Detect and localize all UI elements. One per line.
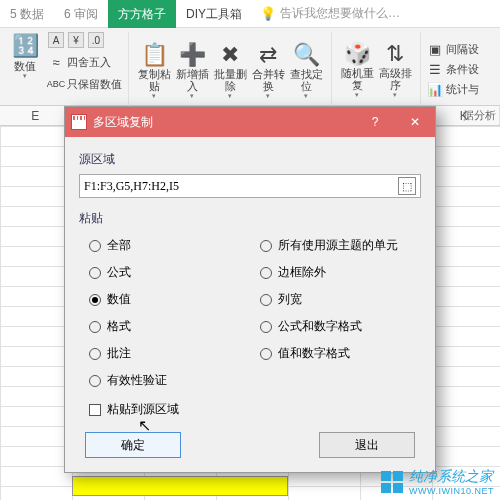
stats-button[interactable]: 📊统计与: [427, 79, 479, 99]
insert-button[interactable]: ➕新增插入▾: [173, 42, 211, 98]
radio-border[interactable]: 边框除外: [260, 264, 421, 281]
numeric-label: 数值: [14, 60, 36, 72]
ok-button[interactable]: 确定: [85, 432, 181, 458]
mini-icons-row: A¥.0: [48, 32, 122, 48]
stats-icon: 📊: [427, 81, 443, 97]
source-label: 源区域: [79, 151, 421, 168]
paste-options: 全部 所有使用源主题的单元 公式 边框除外 数值 列宽 格式 公式和数字格式 批…: [89, 237, 421, 389]
close-button[interactable]: ✕: [395, 107, 435, 137]
paste-label: 粘贴: [79, 210, 421, 227]
ribbon-group-settings: ▣间隔设 ☰条件设 📊统计与: [421, 32, 485, 106]
clipboard-icon: 📋: [140, 42, 168, 68]
dialog-icon: [71, 114, 87, 130]
merge-button[interactable]: ⇄合并转换▾: [249, 42, 287, 98]
tab-diy[interactable]: DIY工具箱: [176, 0, 252, 28]
radio-all[interactable]: 全部: [89, 237, 250, 254]
cond-icon: ☰: [427, 61, 443, 77]
delete-button[interactable]: ✖批量删除▾: [211, 42, 249, 98]
analysis-label[interactable]: 据分析: [463, 108, 496, 123]
round-button[interactable]: ≈四舍五入: [48, 52, 122, 72]
radio-valid[interactable]: 有效性验证: [89, 372, 250, 389]
source-range-box: ⬚: [79, 174, 421, 198]
round-icon: ≈: [48, 54, 64, 70]
delete-icon: ✖: [216, 42, 244, 68]
ribbon-group-numeric: 🔢 数值 ▾ A¥.0 ≈四舍五入 ABC只保留数值: [0, 32, 129, 106]
chevron-down-icon: ▾: [393, 91, 397, 99]
number-icon: 🔢: [11, 32, 39, 60]
merge-icon: ⇄: [254, 42, 282, 68]
gap-settings-button[interactable]: ▣间隔设: [427, 39, 479, 59]
copy-paste-button[interactable]: 📋复制粘贴▾: [135, 42, 173, 98]
radio-topic[interactable]: 所有使用源主题的单元: [260, 237, 421, 254]
ribbon-group-edit: 📋复制粘贴▾ ➕新增插入▾ ✖批量删除▾ ⇄合并转换▾ 🔍查找定位▾: [129, 32, 332, 106]
range-picker-icon[interactable]: ⬚: [398, 177, 416, 195]
highlighted-cells[interactable]: [72, 476, 288, 496]
chevron-down-icon: ▾: [23, 72, 27, 80]
keepnum-button[interactable]: ABC只保留数值: [48, 74, 122, 94]
ribbon-body: 🔢 数值 ▾ A¥.0 ≈四舍五入 ABC只保留数值 📋复制粘贴▾ ➕新增插入▾…: [0, 28, 500, 106]
chevron-down-icon: ▾: [304, 92, 308, 100]
watermark-url: WWW.IWIN10.NET: [409, 486, 494, 496]
sort-icon: ⇅: [381, 41, 409, 67]
cond-settings-button[interactable]: ☰条件设: [427, 59, 479, 79]
cancel-button[interactable]: 退出: [319, 432, 415, 458]
chevron-down-icon: ▾: [228, 92, 232, 100]
sort-button[interactable]: ⇅高级排序▾: [376, 41, 414, 97]
radio-colw[interactable]: 列宽: [260, 291, 421, 308]
tell-me-text: 告诉我您想要做什么…: [280, 5, 400, 22]
radio-comment[interactable]: 批注: [89, 345, 250, 362]
source-range-input[interactable]: [84, 179, 398, 194]
tab-ffgz[interactable]: 方方格子: [108, 0, 176, 28]
chevron-down-icon: ▾: [355, 91, 359, 99]
find-button[interactable]: 🔍查找定位▾: [287, 42, 325, 98]
dialog-titlebar[interactable]: 多区域复制 ? ✕: [65, 107, 435, 137]
chevron-down-icon: ▾: [152, 92, 156, 100]
watermark-logo-icon: [381, 471, 403, 493]
tab-review[interactable]: 6 审阅: [54, 0, 108, 28]
chevron-down-icon: ▾: [190, 92, 194, 100]
bulb-icon: 💡: [260, 6, 276, 21]
radio-vnum[interactable]: 值和数字格式: [260, 345, 421, 362]
tab-data[interactable]: 5 数据: [0, 0, 54, 28]
radio-value[interactable]: 数值: [89, 291, 250, 308]
tell-me[interactable]: 💡 告诉我您想要做什么…: [260, 5, 400, 22]
insert-icon: ➕: [178, 42, 206, 68]
col-E[interactable]: E: [0, 106, 71, 125]
find-icon: 🔍: [292, 42, 320, 68]
radio-formula[interactable]: 公式: [89, 264, 250, 281]
random-button[interactable]: 🎲随机重复▾: [338, 41, 376, 97]
gap-icon: ▣: [427, 41, 443, 57]
watermark: 纯净系统之家 WWW.IWIN10.NET: [381, 468, 494, 496]
help-button[interactable]: ?: [355, 107, 395, 137]
multi-copy-dialog: 多区域复制 ? ✕ 源区域 ⬚ 粘贴 全部 所有使用源主题的单元 公式 边框除外…: [64, 106, 436, 473]
dice-icon: 🎲: [343, 41, 371, 67]
ribbon-tabs: 5 数据 6 审阅 方方格子 DIY工具箱 💡 告诉我您想要做什么…: [0, 0, 500, 28]
dialog-title: 多区域复制: [93, 114, 153, 131]
abc-icon: ABC: [48, 76, 64, 92]
radio-fnum[interactable]: 公式和数字格式: [260, 318, 421, 335]
radio-format[interactable]: 格式: [89, 318, 250, 335]
paste-to-source-checkbox[interactable]: 粘贴到源区域: [89, 401, 421, 418]
numeric-big-button[interactable]: 🔢 数值 ▾: [6, 32, 44, 88]
watermark-text: 纯净系统之家: [409, 468, 493, 484]
ribbon-group-advanced: 🎲随机重复▾ ⇅高级排序▾: [332, 32, 421, 106]
chevron-down-icon: ▾: [266, 92, 270, 100]
